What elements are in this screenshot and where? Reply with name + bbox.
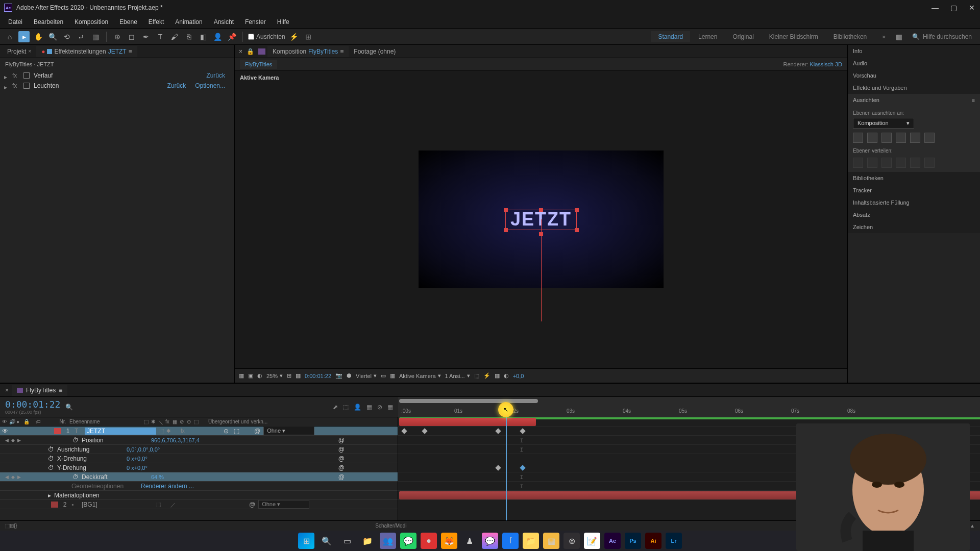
label-color[interactable]	[51, 502, 58, 508]
comp-flowchart-icon[interactable]: ⬈	[333, 404, 338, 411]
work-area[interactable]	[399, 399, 538, 403]
puppet-tool[interactable]: 📌	[226, 31, 237, 42]
fast-icon[interactable]: ▦	[495, 372, 500, 379]
grid-icon[interactable]: ▦	[239, 372, 244, 379]
menu-bearbeiten[interactable]: Bearbeiten	[29, 16, 68, 28]
minimize-button[interactable]: —	[931, 4, 939, 12]
expression-pickwhip[interactable]: @	[338, 464, 345, 471]
res-icon[interactable]: ⊞	[287, 372, 291, 379]
orbit-tool[interactable]: ⟲	[61, 31, 72, 42]
stopwatch-icon[interactable]: ⏱	[48, 464, 54, 471]
notepad-icon[interactable]: 📝	[584, 533, 600, 549]
camera-tool[interactable]: ▦	[90, 31, 101, 42]
fx-icon[interactable]: fx	[12, 82, 19, 89]
menu-ebene[interactable]: Ebene	[114, 16, 142, 28]
stopwatch-icon[interactable]: ⏱	[48, 446, 54, 453]
workspace-klein[interactable]: Kleiner Bildschirm	[762, 31, 825, 42]
close-button[interactable]: ✕	[968, 4, 976, 12]
app-icon[interactable]: ▦	[543, 533, 559, 549]
menu-animation[interactable]: Animation	[170, 16, 207, 28]
app-icon[interactable]: ●	[421, 533, 437, 549]
effect-verlauf[interactable]: ▸ fx Verlauf Zurück	[0, 70, 234, 81]
panel-ausrichten[interactable]: Ausrichten≡	[848, 94, 980, 106]
toggle-switches-icon[interactable]: ⬚	[5, 523, 10, 529]
zoom-dropdown[interactable]: 25% ▾	[266, 372, 283, 379]
panel-bibliotheken[interactable]: Bibliotheken	[848, 172, 980, 184]
facebook-icon[interactable]: f	[502, 533, 519, 549]
selection-handle[interactable]	[575, 228, 579, 232]
menu-komposition[interactable]: Komposition	[69, 16, 113, 28]
menu-icon[interactable]: ≡	[129, 48, 132, 55]
prop-ausrichtung[interactable]: ⏱ Ausrichtung 0,0°,0,0°,0,0° @	[0, 445, 398, 454]
transparency-icon[interactable]: ▦	[296, 372, 301, 379]
pen-tool[interactable]: ✒	[140, 31, 152, 42]
keyframe[interactable]	[401, 428, 407, 434]
stopwatch-icon[interactable]: ⏱	[72, 473, 79, 481]
view-dropdown[interactable]: Aktive Kamera ▾	[399, 372, 441, 379]
timeline-tab[interactable]: FlyByTitles ≡	[12, 385, 67, 396]
snap-grid[interactable]: ⊞	[303, 31, 314, 42]
workspace-standard[interactable]: Standard	[651, 31, 690, 42]
panel-tracker[interactable]: Tracker	[848, 184, 980, 196]
twirl-icon[interactable]: ▸	[48, 492, 51, 499]
alpha-icon[interactable]: ◐	[257, 372, 262, 379]
brackets-icon[interactable]: {}	[14, 523, 17, 529]
task-view[interactable]: ▭	[339, 533, 355, 549]
parent-pickwhip[interactable]: @	[249, 501, 255, 508]
prop-y-drehung[interactable]: ⏱ Y-Drehung 0 x+0,0° @	[0, 463, 398, 472]
next-kf-icon[interactable]: ▶	[17, 474, 22, 480]
align-hcenter[interactable]	[867, 133, 877, 143]
eraser-tool[interactable]: ◧	[198, 31, 209, 42]
shape-tool[interactable]: ◻	[126, 31, 137, 42]
align-right[interactable]	[881, 133, 892, 143]
prev-kf-icon[interactable]: ◀	[5, 438, 10, 443]
twirl-icon[interactable]: ▸	[4, 84, 8, 88]
draft3d-icon[interactable]: ⬚	[343, 404, 349, 411]
menu-hilfe[interactable]: Hilfe	[272, 16, 295, 28]
messenger-icon[interactable]: 💬	[482, 533, 498, 549]
orientation-value[interactable]: 0,0°,0,0°,0,0°	[127, 446, 160, 453]
rotate-tool[interactable]: ⤾	[76, 31, 87, 42]
stopwatch-icon[interactable]: ⏱	[72, 437, 79, 444]
stopwatch-icon[interactable]: ⏱	[48, 455, 54, 462]
effect-enable-checkbox[interactable]	[23, 72, 30, 79]
menu-icon[interactable]: ≡	[59, 387, 62, 394]
panel-absatz[interactable]: Absatz	[848, 209, 980, 221]
mini-flowchart[interactable]: FlyByTitles	[240, 60, 277, 69]
clone-tool[interactable]: ⎘	[183, 31, 194, 42]
tab-footage[interactable]: Footage (ohne)	[349, 46, 401, 57]
views-dropdown[interactable]: 1 Ansi... ▾	[445, 372, 470, 379]
snapshot-icon[interactable]: 📷	[335, 372, 342, 379]
photoshop-icon[interactable]: Ps	[625, 533, 641, 549]
firefox-icon[interactable]: 🦊	[441, 533, 457, 549]
close-icon[interactable]: ×	[28, 48, 31, 54]
panel-vorschau[interactable]: Vorschau	[848, 69, 980, 82]
app-icon[interactable]: ♟	[461, 533, 478, 549]
visibility-toggle[interactable]: 👁	[2, 428, 9, 435]
menu-effekt[interactable]: Effekt	[143, 16, 169, 28]
fx-icon[interactable]: fx	[12, 72, 19, 79]
selection-handle[interactable]	[575, 208, 579, 212]
options-link[interactable]: Optionen...	[195, 82, 225, 89]
keyframe[interactable]	[520, 428, 525, 434]
layer-jetzt[interactable]: 👁 1 T JETZT ⬚✱fx ⊙ ⬚ @ Ohne ▾	[0, 427, 398, 436]
quality-dropdown[interactable]: Viertel ▾	[356, 372, 377, 379]
switches-modes-label[interactable]: Schalter/Modi	[375, 523, 406, 529]
zoom-tool[interactable]: 🔍	[47, 31, 58, 42]
text-tool[interactable]: T	[155, 31, 166, 42]
panel-effekte[interactable]: Effekte und Vorgaben	[848, 82, 980, 94]
folder-icon[interactable]: 📁	[523, 533, 539, 549]
selection-handle[interactable]	[504, 208, 508, 212]
search-icon[interactable]: 🔍	[65, 404, 76, 411]
timecode-display[interactable]: 0:00:01:22	[5, 399, 60, 410]
motion-blur-icon[interactable]: ⊘	[377, 404, 382, 411]
reset-link[interactable]: Zurück	[167, 82, 186, 89]
channel-icon[interactable]: ⬢	[347, 372, 352, 379]
help-search[interactable]: 🔍 Hilfe durchsuchen	[908, 33, 976, 40]
workspace-original[interactable]: Original	[725, 31, 761, 42]
menu-ansicht[interactable]: Ansicht	[209, 16, 239, 28]
opacity-value[interactable]: 64 %	[151, 474, 164, 480]
keyframe[interactable]	[422, 428, 427, 434]
grid-toggle[interactable]: ▦	[390, 372, 395, 379]
align-target-select[interactable]: Komposition▾	[853, 118, 914, 129]
